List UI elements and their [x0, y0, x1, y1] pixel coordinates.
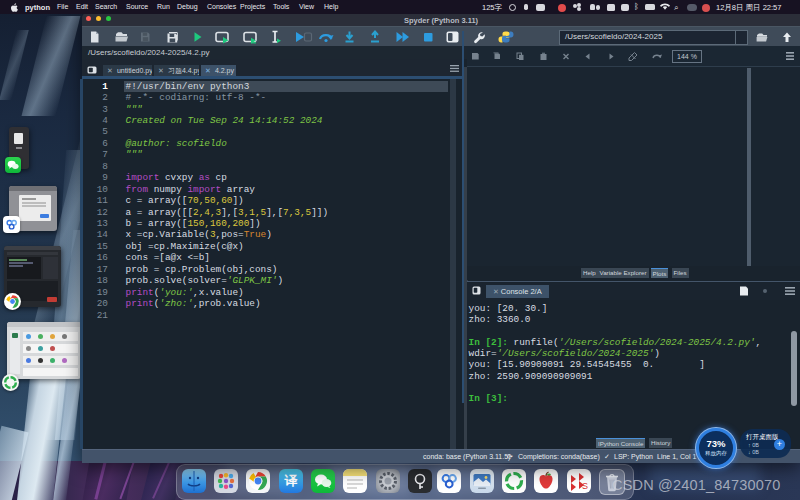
svg-text:S: S [582, 481, 588, 491]
